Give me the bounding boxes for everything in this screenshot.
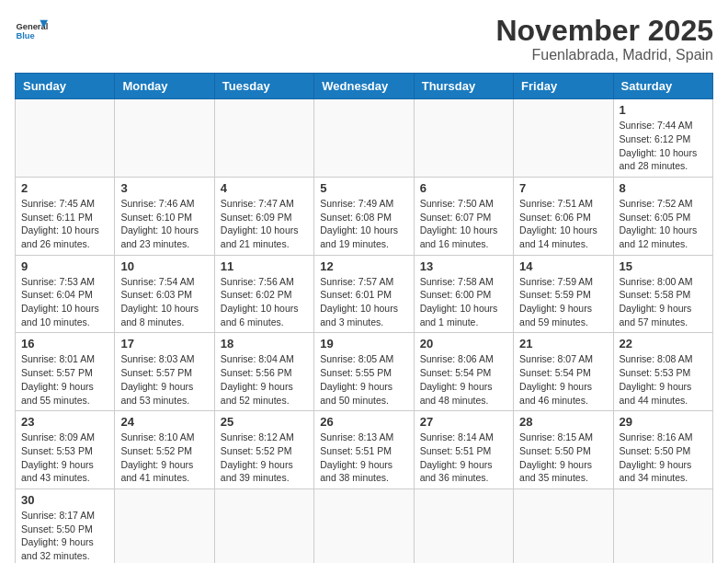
calendar-title: November 2025 <box>495 15 713 47</box>
calendar-day-cell: 15Sunrise: 8:00 AM Sunset: 5:58 PM Dayli… <box>613 255 712 333</box>
day-info: Sunrise: 8:13 AM Sunset: 5:51 PM Dayligh… <box>320 431 407 485</box>
day-of-week-header: Monday <box>115 74 214 99</box>
day-info: Sunrise: 7:45 AM Sunset: 6:11 PM Dayligh… <box>21 197 108 251</box>
day-number: 9 <box>21 259 108 273</box>
day-number: 14 <box>519 259 607 273</box>
title-area: November 2025 Fuenlabrada, Madrid, Spain <box>495 15 713 63</box>
calendar-day-cell: 19Sunrise: 8:05 AM Sunset: 5:55 PM Dayli… <box>314 333 414 411</box>
day-info: Sunrise: 7:51 AM Sunset: 6:06 PM Dayligh… <box>519 197 607 251</box>
day-info: Sunrise: 7:58 AM Sunset: 6:00 PM Dayligh… <box>420 275 507 329</box>
calendar-day-cell: 5Sunrise: 7:49 AM Sunset: 6:08 PM Daylig… <box>314 177 414 255</box>
day-info: Sunrise: 7:50 AM Sunset: 6:07 PM Dayligh… <box>420 197 507 251</box>
calendar-day-cell: 11Sunrise: 7:56 AM Sunset: 6:02 PM Dayli… <box>214 255 313 333</box>
calendar-day-cell <box>115 488 214 563</box>
day-info: Sunrise: 8:08 AM Sunset: 5:53 PM Dayligh… <box>620 352 707 407</box>
calendar-week-row: 2Sunrise: 7:45 AM Sunset: 6:11 PM Daylig… <box>16 177 713 255</box>
calendar-day-cell: 12Sunrise: 7:57 AM Sunset: 6:01 PM Dayli… <box>314 255 414 333</box>
day-number: 19 <box>320 337 407 350</box>
calendar-day-cell: 18Sunrise: 8:04 AM Sunset: 5:56 PM Dayli… <box>214 333 313 411</box>
calendar-day-cell: 28Sunrise: 8:15 AM Sunset: 5:50 PM Dayli… <box>514 411 613 489</box>
day-info: Sunrise: 8:16 AM Sunset: 5:50 PM Dayligh… <box>620 431 707 485</box>
day-of-week-header: Sunday <box>16 74 115 99</box>
day-number: 27 <box>420 415 507 429</box>
day-info: Sunrise: 8:00 AM Sunset: 5:58 PM Dayligh… <box>620 275 707 329</box>
day-number: 20 <box>420 337 507 350</box>
day-number: 12 <box>320 259 407 273</box>
day-info: Sunrise: 7:49 AM Sunset: 6:08 PM Dayligh… <box>320 197 407 251</box>
calendar-day-cell: 27Sunrise: 8:14 AM Sunset: 5:51 PM Dayli… <box>414 411 513 489</box>
day-number: 1 <box>620 103 707 117</box>
calendar-day-cell <box>613 488 712 563</box>
calendar-day-cell: 21Sunrise: 8:07 AM Sunset: 5:54 PM Dayli… <box>514 333 613 411</box>
calendar-day-cell: 14Sunrise: 7:59 AM Sunset: 5:59 PM Dayli… <box>514 255 613 333</box>
calendar-day-cell: 29Sunrise: 8:16 AM Sunset: 5:50 PM Dayli… <box>613 411 712 489</box>
calendar-day-cell <box>16 99 115 178</box>
day-info: Sunrise: 7:44 AM Sunset: 6:12 PM Dayligh… <box>620 119 707 173</box>
calendar-day-cell <box>214 488 313 563</box>
day-number: 21 <box>519 337 607 350</box>
calendar-day-cell: 10Sunrise: 7:54 AM Sunset: 6:03 PM Dayli… <box>115 255 214 333</box>
calendar-day-cell: 9Sunrise: 7:53 AM Sunset: 6:04 PM Daylig… <box>16 255 115 333</box>
calendar-day-cell: 30Sunrise: 8:17 AM Sunset: 5:50 PM Dayli… <box>16 488 115 563</box>
day-info: Sunrise: 8:03 AM Sunset: 5:57 PM Dayligh… <box>120 352 208 407</box>
day-number: 17 <box>120 337 208 350</box>
calendar-week-row: 9Sunrise: 7:53 AM Sunset: 6:04 PM Daylig… <box>16 255 713 333</box>
day-info: Sunrise: 8:04 AM Sunset: 5:56 PM Dayligh… <box>221 352 308 407</box>
day-number: 22 <box>620 337 707 350</box>
day-info: Sunrise: 8:07 AM Sunset: 5:54 PM Dayligh… <box>519 352 607 407</box>
logo: General Blue <box>15 15 48 48</box>
day-number: 29 <box>620 415 707 429</box>
calendar-week-row: 16Sunrise: 8:01 AM Sunset: 5:57 PM Dayli… <box>16 333 713 411</box>
day-number: 26 <box>320 415 407 429</box>
calendar-day-cell <box>314 488 414 563</box>
calendar-day-cell: 20Sunrise: 8:06 AM Sunset: 5:54 PM Dayli… <box>414 333 513 411</box>
day-number: 10 <box>120 259 208 273</box>
calendar-day-cell <box>414 99 513 178</box>
calendar-day-cell: 4Sunrise: 7:47 AM Sunset: 6:09 PM Daylig… <box>214 177 313 255</box>
calendar-day-cell: 7Sunrise: 7:51 AM Sunset: 6:06 PM Daylig… <box>514 177 613 255</box>
logo-icon: General Blue <box>15 15 48 48</box>
calendar-day-cell: 6Sunrise: 7:50 AM Sunset: 6:07 PM Daylig… <box>414 177 513 255</box>
day-info: Sunrise: 7:56 AM Sunset: 6:02 PM Dayligh… <box>221 275 308 329</box>
calendar-day-cell: 23Sunrise: 8:09 AM Sunset: 5:53 PM Dayli… <box>16 411 115 489</box>
calendar-day-cell: 1Sunrise: 7:44 AM Sunset: 6:12 PM Daylig… <box>613 99 712 178</box>
days-of-week-row: SundayMondayTuesdayWednesdayThursdayFrid… <box>16 74 713 99</box>
day-of-week-header: Tuesday <box>214 74 313 99</box>
day-of-week-header: Saturday <box>613 74 712 99</box>
calendar-day-cell <box>514 99 613 178</box>
day-number: 7 <box>519 181 607 195</box>
day-info: Sunrise: 7:57 AM Sunset: 6:01 PM Dayligh… <box>320 275 407 329</box>
calendar-day-cell: 24Sunrise: 8:10 AM Sunset: 5:52 PM Dayli… <box>115 411 214 489</box>
calendar-table: SundayMondayTuesdayWednesdayThursdayFrid… <box>15 73 713 563</box>
page-header: General Blue November 2025 Fuenlabrada, … <box>15 15 713 63</box>
day-number: 23 <box>21 415 108 429</box>
day-number: 25 <box>221 415 308 429</box>
calendar-day-cell: 26Sunrise: 8:13 AM Sunset: 5:51 PM Dayli… <box>314 411 414 489</box>
day-of-week-header: Friday <box>514 74 613 99</box>
day-info: Sunrise: 8:10 AM Sunset: 5:52 PM Dayligh… <box>120 431 208 485</box>
day-number: 18 <box>221 337 308 350</box>
day-info: Sunrise: 8:06 AM Sunset: 5:54 PM Dayligh… <box>420 352 507 407</box>
calendar-day-cell: 3Sunrise: 7:46 AM Sunset: 6:10 PM Daylig… <box>115 177 214 255</box>
day-number: 15 <box>620 259 707 273</box>
day-info: Sunrise: 8:01 AM Sunset: 5:57 PM Dayligh… <box>21 352 108 407</box>
day-number: 11 <box>221 259 308 273</box>
day-number: 5 <box>320 181 407 195</box>
calendar-body: 1Sunrise: 7:44 AM Sunset: 6:12 PM Daylig… <box>16 99 713 563</box>
day-info: Sunrise: 7:47 AM Sunset: 6:09 PM Dayligh… <box>221 197 308 251</box>
day-info: Sunrise: 7:46 AM Sunset: 6:10 PM Dayligh… <box>120 197 208 251</box>
calendar-day-cell <box>414 488 513 563</box>
calendar-day-cell <box>115 99 214 178</box>
calendar-header: SundayMondayTuesdayWednesdayThursdayFrid… <box>16 74 713 99</box>
calendar-day-cell <box>214 99 313 178</box>
calendar-day-cell <box>514 488 613 563</box>
calendar-day-cell: 22Sunrise: 8:08 AM Sunset: 5:53 PM Dayli… <box>613 333 712 411</box>
day-info: Sunrise: 8:14 AM Sunset: 5:51 PM Dayligh… <box>420 431 507 485</box>
day-number: 6 <box>420 181 507 195</box>
day-number: 2 <box>21 181 108 195</box>
calendar-day-cell: 25Sunrise: 8:12 AM Sunset: 5:52 PM Dayli… <box>214 411 313 489</box>
calendar-day-cell <box>314 99 414 178</box>
day-number: 13 <box>420 259 507 273</box>
day-info: Sunrise: 8:05 AM Sunset: 5:55 PM Dayligh… <box>320 352 407 407</box>
calendar-subtitle: Fuenlabrada, Madrid, Spain <box>495 47 713 63</box>
